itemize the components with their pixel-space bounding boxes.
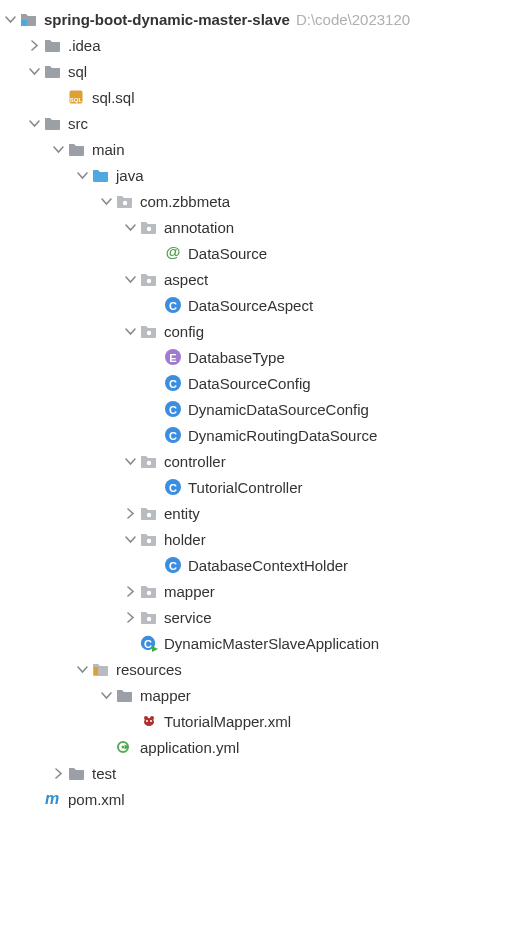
chevron-right-icon[interactable] (48, 763, 68, 783)
tree-item-aspect-label: aspect (164, 271, 208, 288)
folder-icon (44, 36, 62, 54)
tree-item-pkg[interactable]: com.zbbmeta (0, 188, 526, 214)
maven-file-icon: m (44, 790, 62, 808)
chevron-down-icon[interactable] (120, 529, 140, 549)
class-icon: C (164, 374, 182, 392)
tree-item-dbcontextholder-label: DatabaseContextHolder (188, 557, 348, 574)
class-icon: C (164, 296, 182, 314)
tree-item-controller[interactable]: controller (0, 448, 526, 474)
folder-icon (44, 62, 62, 80)
tree-item-idea[interactable]: .idea (0, 32, 526, 58)
tree-item-entity[interactable]: entity (0, 500, 526, 526)
tree-item-main[interactable]: main (0, 136, 526, 162)
project-name-label: spring-boot-dynamic-master-slave (44, 11, 290, 28)
svg-text:@: @ (166, 244, 181, 260)
tree-item-datasourceaspect[interactable]: CDataSourceAspect (0, 292, 526, 318)
chevron-down-icon[interactable] (24, 113, 44, 133)
package-icon (140, 582, 158, 600)
chevron-down-icon[interactable] (48, 139, 68, 159)
tree-item-entity-label: entity (164, 505, 200, 522)
tree-item-project-root[interactable]: spring-boot-dynamic-master-slaveD:\code\… (0, 6, 526, 32)
folder-icon (116, 686, 134, 704)
chevron-right-icon[interactable] (120, 581, 140, 601)
package-icon (140, 270, 158, 288)
tree-item-dynrouting-label: DynamicRoutingDataSource (188, 427, 377, 444)
tree-item-config[interactable]: config (0, 318, 526, 344)
chevron-down-icon[interactable] (120, 217, 140, 237)
package-icon (140, 218, 158, 236)
tree-item-pkg-label: com.zbbmeta (140, 193, 230, 210)
chevron-right-icon[interactable] (120, 503, 140, 523)
chevron-down-icon[interactable] (72, 165, 92, 185)
yaml-file-icon (116, 738, 134, 756)
svg-point-27 (150, 720, 152, 722)
chevron-down-icon[interactable] (120, 269, 140, 289)
tree-item-aspect[interactable]: aspect (0, 266, 526, 292)
tree-item-service[interactable]: service (0, 604, 526, 630)
svg-rect-22 (94, 667, 98, 675)
package-icon (140, 452, 158, 470)
tree-item-datasource[interactable]: @DataSource (0, 240, 526, 266)
tree-item-datasourceconfig-label: DataSourceConfig (188, 375, 311, 392)
project-path-label: D:\code\2023120 (296, 11, 410, 28)
tree-item-applicationyml-label: application.yml (140, 739, 239, 756)
class-icon: C (164, 400, 182, 418)
tree-item-pom-label: pom.xml (68, 791, 125, 808)
tree-item-tutorialctrl[interactable]: CTutorialController (0, 474, 526, 500)
tree-item-dyndsconfig[interactable]: CDynamicDataSourceConfig (0, 396, 526, 422)
tree-item-mainapp[interactable]: CDynamicMasterSlaveApplication (0, 630, 526, 656)
source-folder-icon (92, 166, 110, 184)
svg-text:C: C (169, 430, 177, 442)
tree-item-applicationyml[interactable]: application.yml (0, 734, 526, 760)
tree-item-sql-label: sql (68, 63, 87, 80)
tree-item-holder[interactable]: holder (0, 526, 526, 552)
tree-item-annotation-label: annotation (164, 219, 234, 236)
tree-item-databasetype[interactable]: EDatabaseType (0, 344, 526, 370)
tree-item-tutorialmapperxml[interactable]: TutorialMapper.xml (0, 708, 526, 734)
tree-item-mapper-res-label: mapper (140, 687, 191, 704)
tree-item-dyndsconfig-label: DynamicDataSourceConfig (188, 401, 369, 418)
chevron-down-icon[interactable] (96, 191, 116, 211)
chevron-right-icon[interactable] (24, 35, 44, 55)
tree-item-dynrouting[interactable]: CDynamicRoutingDataSource (0, 422, 526, 448)
package-icon (140, 504, 158, 522)
tree-item-src[interactable]: src (0, 110, 526, 136)
tree-item-main-label: main (92, 141, 125, 158)
tree-item-datasourceconfig[interactable]: CDataSourceConfig (0, 370, 526, 396)
svg-text:SQL: SQL (70, 97, 83, 103)
package-icon (116, 192, 134, 210)
tree-item-src-label: src (68, 115, 88, 132)
tree-item-datasource-label: DataSource (188, 245, 267, 262)
chevron-right-icon[interactable] (120, 607, 140, 627)
chevron-down-icon[interactable] (0, 9, 20, 29)
tree-item-dbcontextholder[interactable]: CDatabaseContextHolder (0, 552, 526, 578)
chevron-down-icon[interactable] (120, 321, 140, 341)
tree-item-pom[interactable]: mpom.xml (0, 786, 526, 812)
tree-item-resources[interactable]: resources (0, 656, 526, 682)
tree-item-sql-file[interactable]: SQLsql.sql (0, 84, 526, 110)
svg-point-24 (144, 716, 148, 720)
tree-item-tutorialctrl-label: TutorialController (188, 479, 303, 496)
package-icon (140, 608, 158, 626)
chevron-down-icon[interactable] (24, 61, 44, 81)
tree-item-test[interactable]: test (0, 760, 526, 786)
tree-item-tutorialmapperxml-label: TutorialMapper.xml (164, 713, 291, 730)
tree-item-holder-label: holder (164, 531, 206, 548)
chevron-down-icon[interactable] (96, 685, 116, 705)
folder-icon (68, 140, 86, 158)
folder-icon (68, 764, 86, 782)
tree-item-mapper-pkg[interactable]: mapper (0, 578, 526, 604)
svg-text:C: C (144, 638, 152, 650)
svg-text:C: C (169, 404, 177, 416)
project-folder-icon (20, 10, 38, 28)
tree-item-sql[interactable]: sql (0, 58, 526, 84)
tree-item-annotation[interactable]: annotation (0, 214, 526, 240)
svg-point-26 (146, 720, 148, 722)
main-class-icon: C (140, 634, 158, 652)
class-icon: C (164, 426, 182, 444)
tree-item-mapper-res[interactable]: mapper (0, 682, 526, 708)
chevron-down-icon[interactable] (72, 659, 92, 679)
resources-folder-icon (92, 660, 110, 678)
tree-item-java[interactable]: java (0, 162, 526, 188)
chevron-down-icon[interactable] (120, 451, 140, 471)
